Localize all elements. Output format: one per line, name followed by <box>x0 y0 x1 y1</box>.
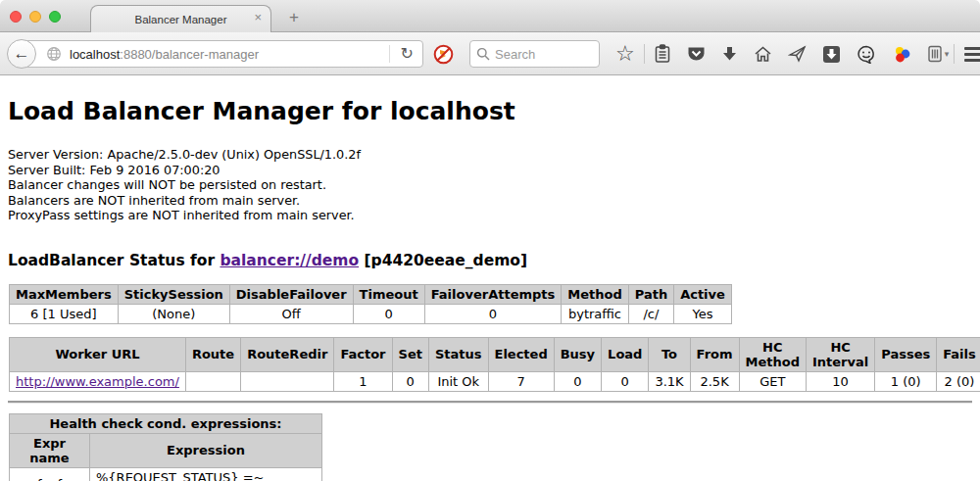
cell-timeout: 0 <box>353 304 424 323</box>
url-domain: localhost <box>70 47 120 62</box>
search-box[interactable] <box>469 40 600 68</box>
balancer-demo-link[interactable]: balancer://demo <box>220 252 359 269</box>
col-maxmembers: MaxMembers <box>10 284 119 304</box>
col-fails: Fails <box>937 337 980 371</box>
dropdown-caret-icon[interactable]: ▾ <box>945 49 954 59</box>
proxypass-note-line: ProxyPass settings are NOT inherited fro… <box>8 208 972 223</box>
send-plane-icon[interactable] <box>780 32 814 75</box>
urlbar-divider <box>389 45 390 63</box>
loadbalancer-status-heading: LoadBalancer Status for balancer://demo … <box>8 252 972 269</box>
new-tab-button[interactable]: + <box>281 8 307 27</box>
col-hc-interval: HC Interval <box>806 337 874 371</box>
cell-maxmembers: 6 [1 Used] <box>10 304 119 323</box>
heading-suffix: [p4420eeae_demo] <box>359 252 527 269</box>
reload-icon[interactable]: ↻ <box>392 46 422 62</box>
col-expr-name: Expr name <box>10 433 90 467</box>
col-disablefailover: DisableFailover <box>229 284 353 304</box>
cell-set: 0 <box>392 371 428 391</box>
cell-busy: 0 <box>554 371 601 391</box>
window-controls <box>10 11 61 23</box>
cell-active: Yes <box>674 304 732 323</box>
dark-download-icon[interactable] <box>814 32 849 75</box>
cell-stickysession: (None) <box>118 304 229 323</box>
back-button[interactable]: ← <box>7 39 36 69</box>
browser-window: Balancer Manager × + ← localhost:8880/ba… <box>0 0 980 481</box>
persist-note-line: Balancer changes will NOT be persisted o… <box>8 177 972 193</box>
cell-expr-name: foof <box>10 467 90 481</box>
container-icon[interactable] <box>919 32 945 75</box>
cell-route <box>185 371 240 391</box>
col-hc-method: HC Method <box>739 337 806 371</box>
cell-to: 3.1K <box>649 371 690 391</box>
heading-prefix: LoadBalancer Status for <box>8 252 220 269</box>
table-header-row: Expr name Expression <box>10 433 322 467</box>
col-timeout: Timeout <box>353 284 424 304</box>
toolbar-divider-2 <box>954 44 955 64</box>
server-version-line: Server Version: Apache/2.5.0-dev (Unix) … <box>8 147 972 163</box>
bookmark-star-icon[interactable]: ☆ <box>608 32 643 75</box>
toolbar-divider <box>644 44 645 64</box>
download-icon[interactable] <box>713 32 746 75</box>
cell-path: /c/ <box>628 304 673 323</box>
cell-failoverattempts: 0 <box>424 304 562 323</box>
col-worker-url: Worker URL <box>10 337 186 371</box>
cell-disablefailover: Off <box>229 304 353 323</box>
col-to: To <box>649 337 690 371</box>
table-row: 6 [1 Used] (None) Off 0 0 bytraffic /c/ … <box>10 304 732 323</box>
menu-hamburger-icon[interactable] <box>956 32 980 75</box>
smiley-chat-icon[interactable] <box>849 32 884 75</box>
col-failoverattempts: FailoverAttempts <box>424 284 562 304</box>
clipboard-icon[interactable] <box>646 32 679 75</box>
cell-method: bytraffic <box>562 304 628 323</box>
flashblock-icon[interactable] <box>433 44 454 65</box>
url-text[interactable]: localhost:8880/balancer-manager <box>70 47 387 62</box>
tab-title: Balancer Manager <box>135 14 227 25</box>
worker-url-link[interactable]: http://www.example.com/ <box>16 374 179 389</box>
table-title-row: Health check cond. expressions: <box>10 413 322 433</box>
col-status: Status <box>428 337 488 371</box>
cell-status: Init Ok <box>428 371 488 391</box>
table-header-row: Worker URL Route RouteRedir Factor Set S… <box>10 337 980 371</box>
pocket-icon[interactable] <box>679 32 713 75</box>
col-elected: Elected <box>488 337 554 371</box>
section-divider <box>8 401 972 404</box>
table-row: http://www.example.com/ 1 0 Init Ok 7 0 … <box>10 371 980 391</box>
cell-load: 0 <box>602 371 649 391</box>
col-set: Set <box>392 337 428 371</box>
url-path: :8880/balancer-manager <box>120 47 259 62</box>
cell-routeredir <box>241 371 334 391</box>
col-busy: Busy <box>554 337 601 371</box>
tab-balancer-manager[interactable]: Balancer Manager × <box>90 5 271 33</box>
table-header-row: MaxMembers StickySession DisableFailover… <box>10 284 732 304</box>
search-input[interactable] <box>495 47 583 62</box>
globe-icon <box>46 46 62 62</box>
health-table-title: Health check cond. expressions: <box>10 413 322 433</box>
worker-table: Worker URL Route RouteRedir Factor Set S… <box>9 337 980 392</box>
cell-hc-method: GET <box>739 371 806 391</box>
cell-factor: 1 <box>334 371 392 391</box>
cell-passes: 1 (0) <box>875 371 937 391</box>
minimize-window-button[interactable] <box>29 11 41 23</box>
server-built-line: Server Built: Feb 9 2016 07:00:20 <box>8 163 972 178</box>
url-bar[interactable]: localhost:8880/balancer-manager ↻ <box>20 40 423 68</box>
col-passes: Passes <box>875 337 937 371</box>
home-icon[interactable] <box>746 32 780 75</box>
search-icon <box>476 47 490 61</box>
navigation-bar: ← localhost:8880/balancer-manager ↻ <box>0 32 980 75</box>
cell-elected: 7 <box>488 371 554 391</box>
table-row: foof %{REQUEST_STATUS} =~ /^[234]/ <box>10 467 322 481</box>
cell-fails: 2 (0) <box>937 371 980 391</box>
zoom-window-button[interactable] <box>49 11 61 23</box>
colored-dots-icon[interactable] <box>884 32 919 75</box>
col-expression: Expression <box>90 433 322 467</box>
col-route: Route <box>185 337 240 371</box>
server-info: Server Version: Apache/2.5.0-dev (Unix) … <box>8 147 972 223</box>
close-window-button[interactable] <box>10 11 22 23</box>
col-stickysession: StickySession <box>118 284 229 304</box>
cell-expression: %{REQUEST_STATUS} =~ /^[234]/ <box>90 467 322 481</box>
col-method: Method <box>562 284 628 304</box>
tab-close-icon[interactable]: × <box>254 11 262 24</box>
titlebar: Balancer Manager × + <box>0 0 980 32</box>
col-routeredir: RouteRedir <box>241 337 334 371</box>
col-from: From <box>690 337 739 371</box>
